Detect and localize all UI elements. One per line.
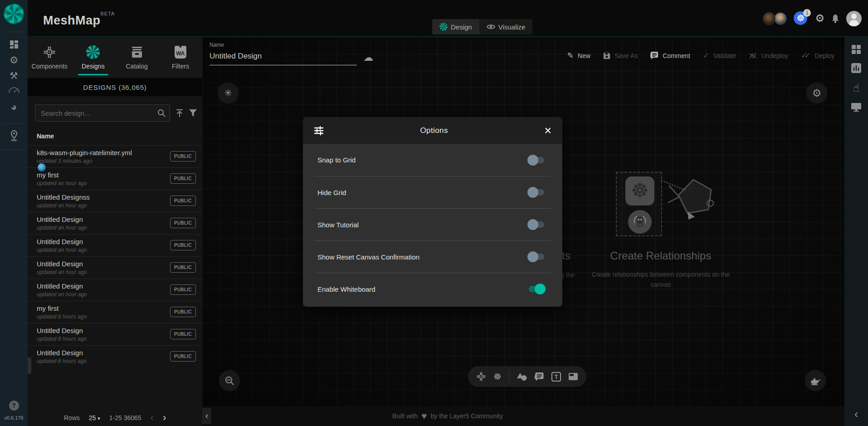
shapes-tool-icon[interactable] [517, 372, 527, 381]
column-header-name: Name [37, 132, 54, 140]
right-nav-strip: ☝ ‹ [844, 37, 868, 426]
display-monitor-icon[interactable] [851, 103, 862, 112]
layouts-grid-icon[interactable] [851, 44, 861, 54]
comment-tool-icon[interactable] [535, 372, 544, 381]
notifications-bell-icon[interactable] [831, 14, 839, 23]
deploy-button[interactable]: ✓✓ Deploy [801, 51, 834, 60]
tune-sliders-icon [314, 126, 324, 136]
double-check-icon: ✓✓ [801, 51, 811, 60]
save-as-button[interactable]: Save As [603, 52, 638, 59]
right-panel-collapse-chevron[interactable]: ‹ [854, 408, 858, 421]
lamp-button[interactable] [805, 370, 826, 391]
help-button[interactable]: ? [0, 401, 28, 411]
rows-label: Rows [64, 414, 80, 421]
catalog-archive-icon [131, 45, 143, 59]
enable-whiteboard-toggle[interactable] [529, 286, 544, 292]
visibility-badge: PUBLIC [170, 240, 196, 250]
tab-visualize[interactable]: Visualize [479, 19, 533, 34]
visibility-badge: PUBLIC [170, 151, 196, 162]
interaction-hand-icon[interactable]: ☝ [853, 82, 860, 94]
onboarding-title: Create Relationships [568, 250, 754, 262]
onboarding-components-group: ☸ [616, 172, 662, 236]
tab-design[interactable]: Design [432, 19, 479, 34]
rows-per-page-select[interactable]: 25 ▾ [89, 414, 100, 421]
visibility-badge: PUBLIC [170, 262, 196, 273]
layer5-logo[interactable] [4, 4, 24, 24]
design-list-item[interactable]: Untitled Design updated 8 hours ago PUBL… [28, 323, 202, 345]
design-list-item[interactable]: Untitled Design updated an hour ago PUBL… [28, 212, 202, 234]
pentagon-shape [659, 173, 718, 228]
chart-panel-icon[interactable] [851, 63, 862, 73]
configuration-tools-icon[interactable]: ⚒ [0, 70, 28, 81]
tab-catalog[interactable]: Catalog [115, 37, 159, 78]
tab-components[interactable]: Components [28, 37, 71, 78]
kubernetes-node-tile: ☸ [625, 176, 654, 206]
comment-button[interactable]: Comment [650, 52, 690, 59]
left-nav-rail: ⚙ ⚒ ◕ ? v0.6.176 [0, 0, 28, 426]
media-tool-icon[interactable] [568, 372, 578, 381]
designs-list: k8s-wasm-plugin-ratelimiter.yml updated … [28, 145, 202, 367]
squid-icon [632, 214, 648, 230]
zoom-out-button[interactable] [219, 370, 240, 391]
helm-wheel-button[interactable]: ✳ [218, 83, 239, 103]
design-list-item[interactable]: k8s-wasm-plugin-ratelimiter.yml updated … [28, 145, 202, 167]
options-modal-body: Snap to Grid Hide Grid Show Tutorial Sho… [303, 144, 562, 307]
collaborator-avatar-1[interactable] [763, 12, 775, 25]
close-icon[interactable]: × [544, 125, 551, 136]
app-version: v0.6.176 [0, 415, 28, 421]
performance-gauge-icon[interactable] [0, 86, 28, 93]
design-list-item[interactable]: Untitled Design updated an hour ago PUBL… [28, 256, 202, 279]
new-button[interactable]: ✎ New [567, 51, 590, 60]
option-row-reset-confirmation: Show Reset Canvas Confirmation [314, 240, 551, 273]
design-name-input[interactable]: Untitled Design [210, 48, 357, 65]
tab-designs[interactable]: Designs [71, 37, 115, 78]
validate-button[interactable]: ✓ Validate [703, 51, 736, 60]
check-icon: ✓ [703, 51, 709, 60]
text-tool-icon[interactable]: T [551, 372, 561, 382]
option-row-snap-to-grid: Snap to Grid [303, 144, 562, 176]
lifecycle-gears-icon[interactable]: ⚙ [0, 54, 28, 66]
canvas-settings-gear-button[interactable]: ⚙ [806, 83, 827, 103]
upload-design-icon[interactable] [176, 109, 184, 118]
panel-tabs: Components Designs Catalog WA Filters [28, 37, 202, 78]
designs-spiral-icon [86, 45, 100, 59]
settings-gear-icon[interactable]: ⚙ [815, 12, 824, 24]
design-list-item[interactable]: Untitled Design updated 8 hours ago PUBL… [28, 345, 202, 367]
location-pin-icon[interactable] [0, 129, 28, 143]
design-list-item[interactable]: my first updated 6 hours ago PUBLIC [28, 301, 202, 323]
kubernetes-tool-icon[interactable]: ☸ [493, 371, 502, 382]
pagination-range: 1-25 36065 [109, 414, 141, 421]
pagination: Rows 25 ▾ 1-25 36065 ‹ › [28, 414, 202, 421]
show-tutorial-toggle[interactable] [529, 221, 544, 228]
footer-collapse-chevron[interactable]: ‹ [202, 408, 211, 424]
snap-to-grid-toggle[interactable] [529, 157, 544, 163]
extensions-pie-icon[interactable]: ◕ [0, 101, 28, 113]
floppy-icon [603, 52, 610, 59]
question-icon: ? [9, 401, 19, 411]
kubernetes-context-button[interactable]: ☸ 1 [794, 11, 808, 26]
search-input[interactable] [35, 104, 170, 122]
next-page-button[interactable]: › [163, 415, 166, 421]
options-modal-header: Options × [303, 117, 562, 144]
design-list-item[interactable]: my first updated an hour ago PUBLIC [28, 167, 202, 190]
design-list-item[interactable]: Untitled Designss updated an hour ago PU… [28, 190, 202, 212]
brand-title: MeshMapBETA [43, 11, 115, 28]
prev-page-button[interactable]: ‹ [151, 415, 154, 421]
magnifier-minus-icon [225, 376, 234, 386]
hide-grid-toggle[interactable] [529, 189, 544, 196]
collaborator-avatar-2[interactable] [774, 12, 787, 25]
options-modal: Options × Snap to Grid Hide Grid Show Tu… [303, 117, 562, 307]
option-row-enable-whiteboard: Enable Whiteboard [314, 273, 551, 305]
components-tool-icon[interactable] [476, 372, 486, 382]
design-actions-toolbar: ✎ New Save As Comment ✓ Validate Undeplo… [567, 51, 834, 60]
dashboard-icon[interactable] [0, 40, 28, 49]
filter-funnel-icon[interactable] [189, 109, 197, 117]
tab-filters[interactable]: WA Filters [159, 37, 202, 78]
canvas-tools-toolbar: ☸ T [468, 366, 586, 387]
collaborator-presence-avatar [38, 163, 46, 171]
reset-canvas-confirmation-toggle[interactable] [529, 254, 544, 260]
design-list-item[interactable]: Untitled Design updated an hour ago PUBL… [28, 279, 202, 301]
undeploy-button[interactable]: Undeploy [749, 52, 788, 59]
design-list-item[interactable]: Untitled Design updated an hour ago PUBL… [28, 234, 202, 256]
user-avatar[interactable] [846, 11, 862, 26]
